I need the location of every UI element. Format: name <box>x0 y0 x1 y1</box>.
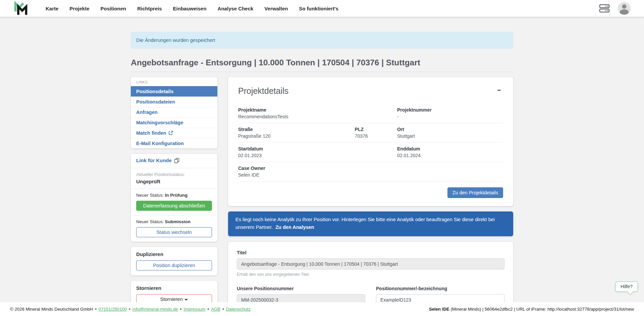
field-label: Case Owner <box>238 166 503 171</box>
help-button[interactable]: Hilfe? <box>615 281 638 292</box>
project-row-dates: Startdatum 02.01.2023 Enddatum 02.01.202… <box>238 143 503 162</box>
duplicate-position-button[interactable]: Position duplizieren <box>136 260 212 270</box>
session-info: Selen IDE (Mineral Minds) | 56064e2dfbc2… <box>429 307 634 312</box>
field-label: Projektnummer <box>397 107 503 113</box>
nav-item-einbauweisen[interactable]: Einbauweisen <box>173 6 207 11</box>
saved-alert: Die Änderungen wurden gespeichert <box>131 32 513 49</box>
page-title: Angebotsanfrage - Entsorgung | 10.000 To… <box>131 58 513 72</box>
nav-item-analyse-check[interactable]: Analyse Check <box>218 6 254 11</box>
avatar-head-icon <box>622 4 627 9</box>
footer-link-email[interactable]: info@mineral-minds.de <box>132 307 178 312</box>
field-value: Stuttgart <box>397 133 503 139</box>
sidebar-item-label: Positionsdetails <box>136 89 173 94</box>
external-link-icon <box>168 131 173 135</box>
separator-dot <box>222 307 224 312</box>
new-status-line-1: Neuer Status:In Prüfung <box>136 193 212 198</box>
card-stack-icon[interactable] <box>599 4 610 13</box>
nav-item-projekte[interactable]: Projekte <box>69 6 89 11</box>
separator-dot <box>95 307 97 312</box>
project-details-card: Projektdetails − Projektname Recommendat… <box>228 77 513 206</box>
separator-dot <box>207 307 209 312</box>
mineral-minds-logo[interactable] <box>13 1 28 15</box>
field-value: 02.01.2024 <box>397 153 503 158</box>
finish-data-entry-button[interactable]: Datenerfassung abschließen <box>136 201 212 211</box>
our-number-label: Unsere Positionsnummer <box>237 286 365 291</box>
separator-dot <box>129 307 130 312</box>
go-to-analyses-link[interactable]: Zu den Analysen <box>275 225 314 230</box>
position-number-input[interactable] <box>376 294 504 302</box>
title-field-input <box>237 258 504 269</box>
footer-left: © 2026 Mineral Minds Deutschland GmbH 07… <box>10 307 251 312</box>
duplicate-card: Duplizieren Position duplizieren <box>131 247 217 275</box>
analytics-banner-text: Es liegt noch keine Analytik zu Ihrer Po… <box>235 217 495 230</box>
help-button-label: Hilfe? <box>621 284 633 289</box>
field-label: Ort <box>397 127 503 132</box>
cancel-button-label: Stornieren <box>160 297 183 302</box>
sidebar-item-email-konfiguration[interactable]: E-Mail Konfiguration <box>131 138 217 148</box>
links-card-title: LINKS <box>131 77 217 86</box>
field-value: Pragstraße 120 <box>238 133 355 139</box>
go-to-project-details-button[interactable]: Zu den Projektdetails <box>447 187 503 198</box>
footer-link-impressum[interactable]: Impressum <box>183 307 205 312</box>
new-status-value: In Prüfung <box>165 193 188 198</box>
duplicate-card-title: Duplizieren <box>136 251 212 257</box>
links-card: LINKS Positionsdetails Positionsdateien … <box>131 77 217 148</box>
field-label: Enddatum <box>397 146 503 151</box>
sidebar-item-label: Positionsdateien <box>136 99 175 105</box>
cancel-card-title: Stornieren <box>136 285 212 291</box>
switch-status-button[interactable]: Status wechseln <box>136 227 212 237</box>
copy-icon <box>174 158 179 163</box>
main-column: Projektdetails − Projektname Recommendat… <box>228 77 513 302</box>
customer-link[interactable]: Link für Kunde <box>136 157 179 163</box>
content-area: Die Änderungen wurden gespeichert Angebo… <box>0 17 644 302</box>
top-navigation-bar: Karte Projekte Positionen Richtpreis Ein… <box>0 0 644 17</box>
our-number-input <box>237 294 365 302</box>
project-row-name-number: Projektname RecommendationsTests Projekt… <box>238 104 503 123</box>
avatar-body-icon <box>620 9 629 15</box>
collapse-minus-icon[interactable]: − <box>495 86 503 94</box>
cancel-dropdown-button[interactable]: Stornieren <box>136 294 212 302</box>
field-value: 02.01.2023 <box>238 153 397 158</box>
nav-item-richtpreis[interactable]: Richtpreis <box>137 6 162 11</box>
footer-link-agb[interactable]: AGB <box>211 307 220 312</box>
new-status-prefix: Neuer Status: <box>136 219 164 224</box>
field-label: Projektname <box>238 107 397 113</box>
nav-item-so-funktionierts[interactable]: So funktioniert's <box>299 6 338 11</box>
sidebar-item-match-finden[interactable]: Match finden <box>131 128 217 138</box>
field-label: Startdatum <box>238 146 397 151</box>
copyright-text: © 2026 Mineral Minds Deutschland GmbH <box>10 307 93 312</box>
sidebar-item-label: Match finden <box>136 130 166 136</box>
field-label: Straße <box>238 127 355 132</box>
session-details: (Mineral Minds) | 56064e2dfbc2 | URL of … <box>449 307 634 312</box>
project-row-address: Straße Pragstraße 120 PLZ 70376 Ort Stut… <box>238 123 503 143</box>
position-number-label: Positionsnummer/-bezeichnung <box>376 286 504 291</box>
sidebar-item-positionsdateien[interactable]: Positionsdateien <box>131 97 217 107</box>
sidebar-item-anfragen[interactable]: Anfragen <box>131 107 217 117</box>
new-status-prefix: Neuer Status: <box>136 193 164 198</box>
position-form-card: Titel Erhält den von uns vorgegebenen Ti… <box>228 242 513 302</box>
sidebar-item-positionsdetails[interactable]: Positionsdetails <box>131 86 217 97</box>
user-avatar[interactable] <box>618 2 631 15</box>
footer: © 2026 Mineral Minds Deutschland GmbH 07… <box>0 302 644 316</box>
footer-link-phone[interactable]: 07151/250100 <box>99 307 127 312</box>
title-field-label: Titel <box>237 250 504 255</box>
nav-item-karte[interactable]: Karte <box>46 6 58 11</box>
sidebar-item-label: Anfragen <box>136 110 158 115</box>
cancel-card: Stornieren Stornieren <box>131 281 217 302</box>
main-nav: Karte Projekte Positionen Richtpreis Ein… <box>46 6 338 11</box>
analytics-banner: Es liegt noch keine Analytik zu Ihrer Po… <box>228 211 513 236</box>
nav-item-positionen[interactable]: Positionen <box>101 6 126 11</box>
current-status-value: Ungeprüft <box>136 179 212 184</box>
new-status-line-2: Neuer Status:Submission <box>136 219 212 224</box>
nav-item-verwalten[interactable]: Verwalten <box>264 6 288 11</box>
caret-down-icon <box>184 299 188 301</box>
field-label: PLZ <box>355 127 397 132</box>
sidebar: LINKS Positionsdetails Positionsdateien … <box>131 77 217 302</box>
field-value: 70376 <box>355 133 397 139</box>
sidebar-item-label: Matchingvorschläge <box>136 120 183 125</box>
footer-link-datenschutz[interactable]: Datenschutz <box>226 307 251 312</box>
customer-link-label: Link für Kunde <box>136 157 172 163</box>
current-status-label: Aktueller Positionsstatus: <box>136 172 212 177</box>
sidebar-item-label: E-Mail Konfiguration <box>136 141 184 146</box>
sidebar-item-matchingvorschlaege[interactable]: Matchingvorschläge <box>131 117 217 128</box>
